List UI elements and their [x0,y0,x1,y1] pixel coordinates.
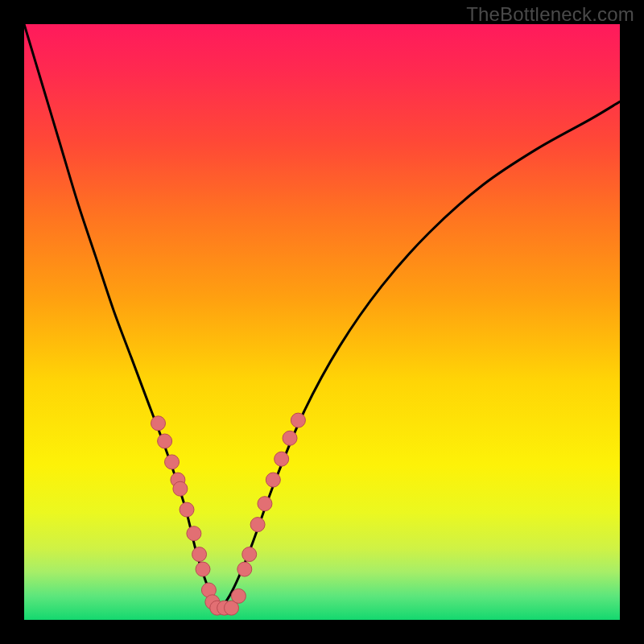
data-marker [275,452,289,466]
data-marker [291,413,305,427]
plot-area [24,24,620,620]
data-marker [196,562,210,576]
data-marker [158,434,172,448]
data-marker [258,497,272,511]
chart-container: TheBottleneck.com [0,0,644,644]
data-marker [165,455,180,469]
data-marker [173,481,188,496]
data-marker [231,588,246,603]
data-markers [151,413,306,615]
data-marker [180,502,194,517]
data-marker [283,431,297,445]
data-marker [242,547,257,562]
data-marker [192,547,207,562]
data-marker [250,518,265,532]
data-marker [237,562,252,576]
chart-svg [24,24,620,620]
bottleneck-curve [24,24,620,610]
data-marker [187,526,201,541]
data-marker [266,473,280,487]
watermark-text: TheBottleneck.com [466,3,634,26]
data-marker [151,416,166,431]
